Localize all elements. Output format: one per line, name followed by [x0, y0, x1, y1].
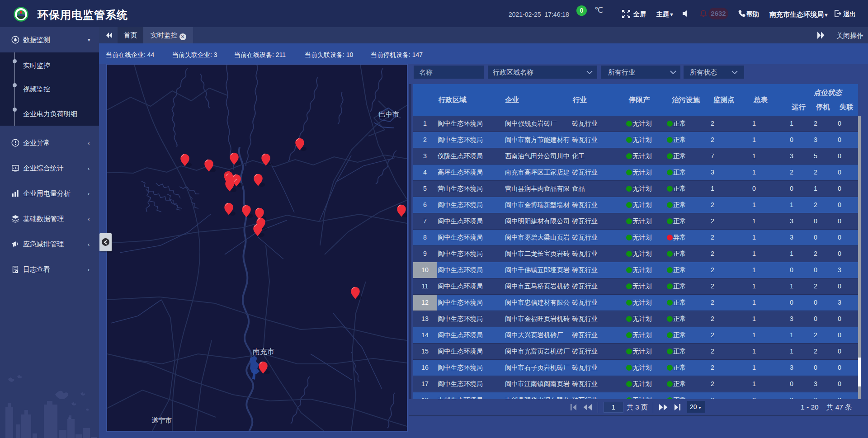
svg-text:遂宁市: 遂宁市	[151, 416, 172, 424]
svg-text:南充市: 南充市	[253, 348, 274, 355]
svg-text:巴中市: 巴中市	[379, 110, 399, 118]
